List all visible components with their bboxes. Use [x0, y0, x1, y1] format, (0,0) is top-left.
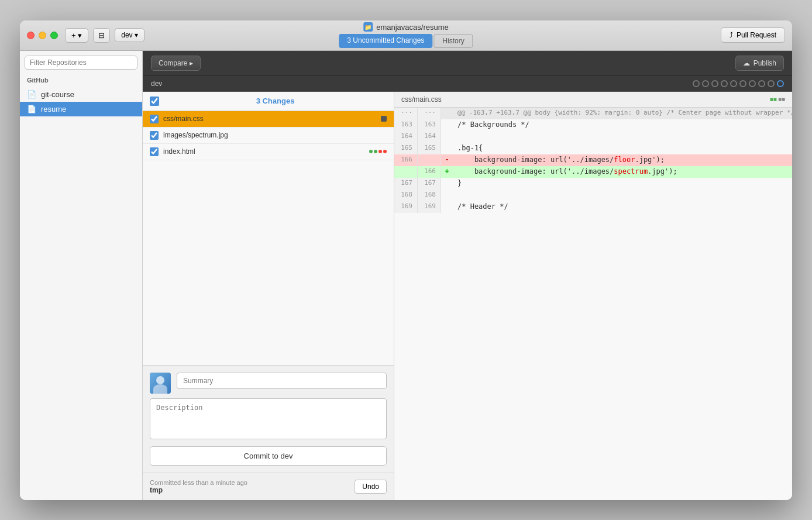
- branch-name-label: dev: [151, 80, 162, 88]
- pull-request-icon: ⤴: [730, 31, 733, 39]
- diff-content-166-removed: background-image: url('../images/floor.j…: [453, 154, 792, 166]
- changes-header: 3 Changes: [143, 92, 394, 111]
- diff-dot-green2: [374, 150, 377, 153]
- minimize-button[interactable]: [39, 32, 46, 39]
- file-item-spectrum[interactable]: images/spectrum.jpg: [143, 128, 394, 144]
- diff-num-169-new: 169: [418, 201, 441, 213]
- last-commit-time: Committed less than a minute ago: [150, 479, 247, 486]
- empty-space: [143, 160, 394, 365]
- filter-repos-input[interactable]: [25, 56, 137, 70]
- publish-label: Publish: [753, 59, 776, 67]
- avatar-image: [150, 373, 171, 394]
- last-commit-area: Committed less than a minute ago tmp Und…: [143, 473, 394, 500]
- sidebar-item-label-resume: resume: [41, 105, 66, 113]
- file-checkbox-css-main[interactable]: [150, 115, 159, 123]
- diff-num-164-old: 164: [394, 131, 418, 143]
- diff-num-169-old: 169: [394, 201, 418, 213]
- diff-num-163-new: 163: [418, 119, 441, 131]
- commit-row: [150, 373, 387, 394]
- diff-num-165-old: 165: [394, 143, 418, 154]
- diff-dot-red2: [383, 150, 387, 153]
- repo-title: 📁 emanjavacas/resume: [363, 22, 449, 32]
- file-badge-css-main: [381, 116, 387, 122]
- sidebar: GitHub 📄 git-course 📄 resume: [20, 51, 143, 500]
- file-item-css-main[interactable]: css/main.css: [143, 111, 394, 128]
- title-bar: + ▾ ⊟ dev ▾ 📁 emanjavacas/resume 3 Uncom…: [20, 20, 792, 51]
- diff-line-167: 167 167 }: [394, 178, 792, 190]
- diff-dot-red: [379, 150, 382, 153]
- branch-selector[interactable]: dev ▾: [115, 28, 144, 42]
- branch-dots: [693, 80, 784, 87]
- file-diff-icons: [369, 150, 387, 153]
- close-button[interactable]: [27, 32, 35, 39]
- sidebar-toggle-button[interactable]: ⊟: [93, 28, 110, 43]
- diff-num-meta-new: ···: [418, 108, 441, 119]
- diff-num-168-old: 168: [394, 190, 418, 201]
- diff-expand-icons: ■■ ■■: [770, 96, 785, 102]
- dot-8: [758, 80, 765, 87]
- diff-content-163: /* Backgrounds */: [453, 119, 792, 131]
- diff-sign-166-added: +: [441, 166, 453, 178]
- diff-num-164-new: 164: [418, 131, 441, 143]
- diff-line-163: 163 163 /* Backgrounds */: [394, 119, 792, 131]
- publish-button[interactable]: ☁ Publish: [735, 56, 784, 71]
- maximize-button[interactable]: [50, 32, 58, 39]
- file-checkbox-spectrum[interactable]: [150, 131, 159, 140]
- content-pane: Compare ▸ ☁ Publish dev: [143, 51, 792, 500]
- diff-view: css/main.css ■■ ■■ ··· ··· @@ -163,7 +16…: [394, 92, 792, 500]
- file-name-index: index.html: [163, 147, 369, 156]
- diff-content: ··· ··· @@ -163,7 +163,7 @@ body {width:…: [394, 108, 792, 500]
- diff-content-167: }: [453, 178, 792, 190]
- diff-content-164: [453, 131, 792, 143]
- traffic-lights: [27, 32, 58, 39]
- diff-sign-164: [441, 131, 453, 143]
- dot-1: [693, 80, 700, 87]
- title-center: 📁 emanjavacas/resume 3 Uncommitted Chang…: [339, 22, 473, 48]
- dot-4: [721, 80, 728, 87]
- diff-content-169: /* Header */: [453, 201, 792, 213]
- diff-num-166-old: 166: [394, 154, 418, 166]
- diff-header: css/main.css ■■ ■■: [394, 92, 792, 108]
- diff-num-165-new: 165: [418, 143, 441, 154]
- sidebar-item-resume[interactable]: 📄 resume: [20, 102, 142, 116]
- diff-dot-green: [369, 150, 373, 153]
- main-area: GitHub 📄 git-course 📄 resume Compare ▸ ☁…: [20, 51, 792, 500]
- dot-2: [702, 80, 709, 87]
- file-item-index[interactable]: index.html: [143, 144, 394, 160]
- changes-panel: 3 Changes css/main.css images/spectrum.j…: [143, 92, 394, 500]
- toolbar: Compare ▸ ☁ Publish: [143, 51, 792, 76]
- last-commit-name: tmp: [150, 486, 247, 494]
- diff-num-167-old: 167: [394, 178, 418, 190]
- diff-line-164: 164 164: [394, 131, 792, 143]
- undo-button[interactable]: Undo: [355, 480, 387, 494]
- diff-num-meta-old: ···: [394, 108, 418, 119]
- select-all-checkbox[interactable]: [150, 97, 159, 106]
- description-input[interactable]: [150, 398, 387, 439]
- add-button[interactable]: + ▾: [65, 28, 88, 43]
- diff-num-166-new: 166: [418, 166, 441, 178]
- summary-input[interactable]: [177, 373, 387, 389]
- sidebar-item-label-git-course: git-course: [41, 90, 74, 99]
- pull-request-button[interactable]: ⤴ Pull Request: [721, 27, 785, 43]
- repo-doc-icon-active: 📄: [27, 105, 36, 113]
- diff-sign-163: [441, 119, 453, 131]
- diff-num-166-new-empty: [418, 154, 441, 166]
- tab-uncommitted[interactable]: 3 Uncommitted Changes: [339, 34, 432, 48]
- repo-icon: 📁: [363, 22, 373, 32]
- diff-content-166-added: background-image: url('../images/spectru…: [453, 166, 792, 178]
- diff-sign-166-removed: -: [441, 154, 453, 166]
- sidebar-item-git-course[interactable]: 📄 git-course: [20, 87, 142, 102]
- tab-history[interactable]: History: [433, 34, 473, 48]
- commit-button[interactable]: Commit to dev: [150, 446, 387, 466]
- avatar: [150, 373, 171, 394]
- diff-meta-line: ··· ··· @@ -163,7 +163,7 @@ body {width:…: [394, 108, 792, 119]
- last-commit-info: Committed less than a minute ago tmp: [150, 479, 247, 494]
- diff-line-166-removed: 166 - background-image: url('../images/f…: [394, 154, 792, 166]
- file-checkbox-index[interactable]: [150, 147, 159, 156]
- diff-num-163-old: 163: [394, 119, 418, 131]
- diff-content-168: [453, 190, 792, 201]
- compare-button[interactable]: Compare ▸: [151, 56, 201, 71]
- diff-num-167-new: 167: [418, 178, 441, 190]
- repo-name: emanjavacas/resume: [376, 23, 449, 32]
- diff-sign-168: [441, 190, 453, 201]
